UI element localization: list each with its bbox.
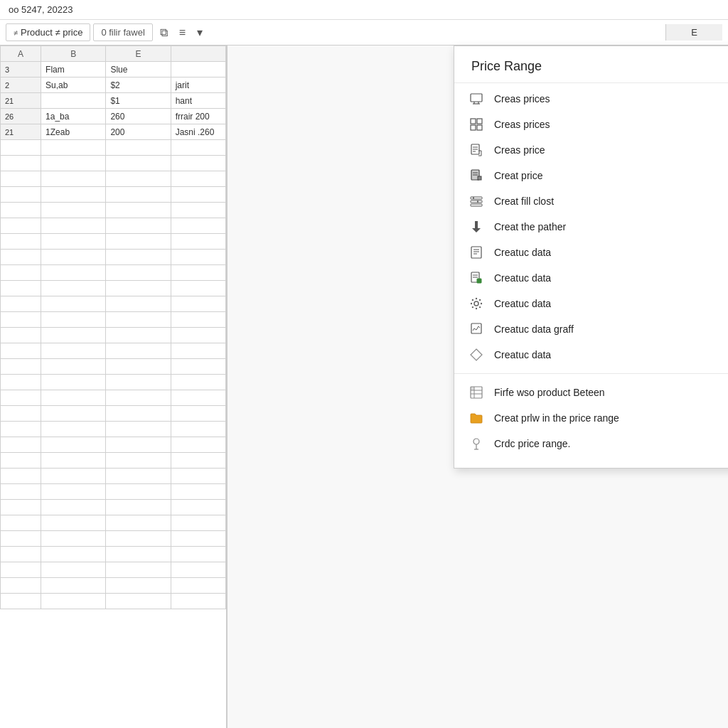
col-header-a: A [1, 46, 41, 62]
col-header-ext [171, 46, 225, 62]
svg-rect-50 [471, 387, 474, 390]
menu-item-label: Creat price [494, 170, 542, 181]
cell-b[interactable]: Flam [41, 62, 106, 77]
empty-row [1, 359, 226, 375]
cell-ext[interactable]: Jasni .260 [171, 124, 225, 140]
menu-item-creatuc-data-graff[interactable]: Creatuc data graff [454, 316, 728, 342]
gear-alt-icon [469, 296, 484, 311]
svg-point-33 [476, 308, 477, 309]
col-header-b: B [41, 46, 106, 62]
svg-point-34 [471, 303, 472, 304]
svg-rect-17 [471, 200, 482, 203]
main-layout: A B E 3 Flam Slue 2 Su,ab $2 jarit [0, 46, 728, 728]
copy-icon-button[interactable]: ⧉ [156, 23, 172, 42]
menu-item-creatuc-data-3[interactable]: Creatuc data [454, 291, 728, 316]
menu-item-creatuc-data-4[interactable]: Creatuc data [454, 342, 728, 368]
row-num: 21 [1, 93, 41, 109]
empty-row [1, 281, 226, 296]
menu-item-firfe-wso[interactable]: Firfe wso product Beteen C [454, 380, 728, 405]
empty-row [1, 531, 226, 547]
menu-item-creatuc-data-1[interactable]: Creatuc data B [454, 240, 728, 265]
cell-ext[interactable]: jarit [171, 77, 225, 93]
svg-point-38 [479, 299, 481, 301]
cell-ext[interactable]: frrair 200 [171, 109, 225, 124]
menu-item-creas-prices-1[interactable]: Creas prices [454, 86, 728, 112]
table-small-icon [469, 385, 484, 400]
table-row: 21 1Zeab 200 Jasni .260 [1, 124, 226, 140]
dropdown-icon-button[interactable]: ▾ [193, 23, 207, 42]
svg-rect-4 [471, 119, 476, 124]
lines-icon-button[interactable]: ≡ [175, 23, 190, 42]
cell-ext[interactable] [171, 62, 225, 77]
doc-plain-icon [469, 245, 484, 260]
menu-separator [454, 373, 728, 374]
menu-item-label: Creas prices [494, 119, 550, 130]
toolbar: ≠ Product ≠ price 0 filir fawel ⧉ ≡ ▾ E [0, 20, 728, 46]
svg-point-39 [472, 306, 473, 308]
col-e-header: E [665, 24, 722, 41]
svg-line-44 [478, 326, 480, 328]
menu-item-label: Creat the pather [494, 221, 566, 232]
empty-row [1, 469, 226, 484]
grid-icon [469, 117, 484, 132]
empty-row [1, 171, 226, 187]
svg-rect-6 [471, 125, 476, 130]
cell-b[interactable]: 1Zeab [41, 124, 106, 140]
menu-item-creat-the-pather[interactable]: Creat the pather T [454, 214, 728, 240]
empty-row [1, 515, 226, 531]
empty-row [1, 250, 226, 265]
empty-row [1, 453, 226, 469]
menu-item-creatuc-data-2[interactable]: Creatuc data [454, 265, 728, 291]
monitor-icon [469, 91, 484, 107]
cell-ext[interactable]: hant [171, 93, 225, 109]
menu-item-creat-fill-clost[interactable]: Creat fill clost C [454, 188, 728, 214]
empty-row [1, 390, 226, 406]
cell-e[interactable]: 200 [106, 124, 171, 140]
svg-rect-7 [477, 125, 482, 130]
empty-row [1, 375, 226, 390]
cell-e[interactable]: $1 [106, 93, 171, 109]
menu-item-label: Creas prices [494, 93, 550, 105]
svg-rect-40 [471, 323, 481, 333]
empty-row [1, 156, 226, 171]
menu-item-label: Crdc price range. [494, 438, 570, 449]
svg-point-37 [479, 306, 481, 308]
cell-e[interactable]: 260 [106, 109, 171, 124]
title-bar: oo 5247, 20223 [0, 0, 728, 20]
menu-item-crdc-price-range[interactable]: Crdc price range. [454, 431, 728, 456]
svg-marker-22 [472, 228, 481, 232]
cell-e[interactable]: Slue [106, 62, 171, 77]
svg-point-36 [472, 299, 473, 301]
menu-item-label: Creatuc data [494, 247, 551, 258]
menu-item-label: Creatuc data [494, 349, 551, 360]
menu-item-label: Creat prlw in the price range [494, 412, 619, 424]
cell-b[interactable]: 1a_ba [41, 109, 106, 124]
menu-item-creat-price[interactable]: Creat price [454, 163, 728, 188]
grid-table: A B E 3 Flam Slue 2 Su,ab $2 jarit [0, 46, 226, 609]
svg-rect-23 [471, 247, 481, 258]
menu-item-creat-prlw[interactable]: Creat prlw in the price range [454, 405, 728, 431]
clear-filter-button[interactable]: 0 filir fawel [93, 23, 152, 41]
filter-button[interactable]: ≠ Product ≠ price [6, 23, 90, 41]
menu-item-label: Creatuc data [494, 298, 551, 309]
cell-e[interactable]: $2 [106, 77, 171, 93]
lines-icon: ≡ [179, 26, 186, 38]
empty-row [1, 234, 226, 250]
svg-rect-0 [471, 94, 482, 102]
empty-row [1, 406, 226, 422]
empty-row [1, 500, 226, 515]
cell-b[interactable] [41, 93, 106, 109]
menu-item-label: Creatuc data graff [494, 323, 574, 335]
copy-icon: ⧉ [160, 26, 168, 38]
cell-b[interactable]: Su,ab [41, 77, 106, 93]
menu-item-creas-price-3[interactable]: Creas price [454, 137, 728, 163]
right-area: Price Range Creas prices [228, 46, 728, 728]
folder-icon [469, 410, 484, 426]
filter-label: Product ≠ price [21, 27, 82, 38]
empty-row [1, 343, 226, 359]
diamond-icon [469, 347, 484, 363]
svg-rect-15 [478, 176, 481, 180]
empty-row [1, 578, 226, 594]
svg-line-41 [473, 328, 474, 331]
menu-item-creas-prices-2[interactable]: Creas prices [454, 112, 728, 137]
